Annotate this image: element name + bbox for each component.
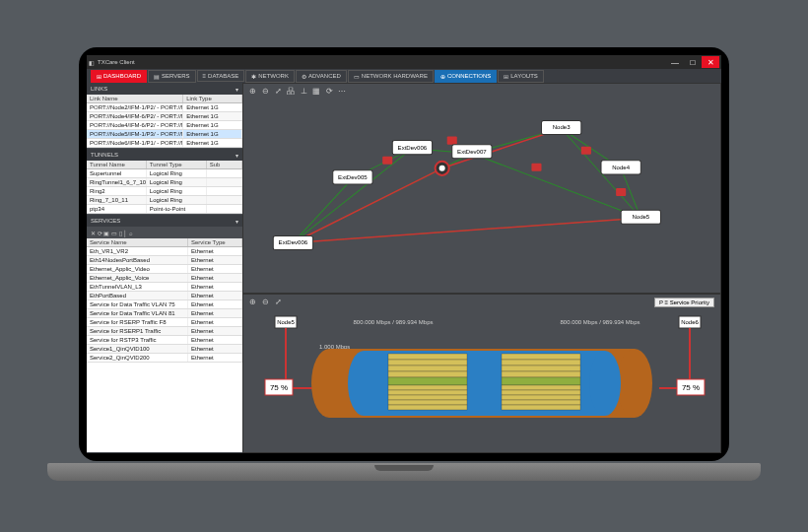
col-header[interactable]: Tunnel Name <box>87 161 147 168</box>
menu-network[interactable]: ✱NETWORK <box>245 70 295 83</box>
cell: Service for RSERP Traffic F8 <box>87 318 188 326</box>
refresh-icon[interactable]: ⟳ <box>324 86 334 96</box>
table-row[interactable]: PORT://Node6/IFM-1/P1/ - PORT://Nod...Et… <box>87 139 242 148</box>
service-priority-button[interactable]: P ≡ Service Priority <box>654 298 714 307</box>
cell: Ethernet <box>188 292 242 299</box>
panel-toggle-icon[interactable]: ▾ <box>236 218 238 225</box>
hardware-icon: ▭ <box>354 73 360 80</box>
svg-rect-47 <box>388 390 467 395</box>
tunnels-panel: TUNNELS▾ Tunnel NameTunnel TypeSubSupert… <box>87 149 242 214</box>
minimize-button[interactable]: — <box>666 56 684 68</box>
table-row[interactable]: SupertunnelLogical Ring <box>87 169 242 178</box>
table-row[interactable]: Service1_QinQVID100Ethernet <box>87 345 242 354</box>
table-row[interactable]: Ethernet_Applic_VoiceEthernet <box>87 274 242 283</box>
cell: Service for Data Traffic VLAN 81 <box>87 309 188 317</box>
close-button[interactable]: ✕ <box>702 56 719 68</box>
topology-node[interactable]: ExtDev005 <box>333 170 372 184</box>
col-header[interactable]: Link Type <box>183 95 242 102</box>
tunnels-grid[interactable]: Tunnel NameTunnel TypeSubSupertunnelLogi… <box>87 161 242 214</box>
menu-label: NETWORK HARDWARE <box>362 73 428 79</box>
table-row[interactable]: PORT://Node4/IFM-6/P2/ - PORT://Node...E… <box>87 121 242 130</box>
col-header[interactable]: Service Name <box>87 238 188 246</box>
svg-rect-35 <box>388 354 467 360</box>
table-row[interactable]: Service for Data Traffic VLAN 81Ethernet <box>87 309 242 318</box>
col-header[interactable]: Link Name <box>87 95 183 102</box>
panel-toggle-icon[interactable]: ▾ <box>236 86 238 93</box>
zoom-out-icon[interactable]: ⊖ <box>260 297 270 306</box>
table-row[interactable]: Service2_QinQVID200Ethernet <box>87 354 242 363</box>
topology-node[interactable]: Node4 <box>601 161 640 174</box>
topology-node[interactable]: ExtDev007 <box>452 145 492 159</box>
menu-database[interactable]: ≡DATABASE <box>197 70 245 82</box>
services-panel: SERVICES▾ ✕ ⟳ ▣ ▭ ▯ │ ⌕ Service NameServ… <box>87 215 242 452</box>
col-header[interactable]: Tunnel Type <box>147 161 207 168</box>
table-row[interactable]: Ethernet_Applic_VideoEthernet <box>87 265 242 274</box>
zoom-out-icon[interactable]: ⊖ <box>260 86 270 96</box>
menu-servers[interactable]: ▤SERVERS <box>148 70 196 83</box>
canvas-area: ⊕ ⊖ ⤢ 品 ⊥ ▦ ⟳ ⋯ <box>242 83 721 453</box>
zoom-in-icon[interactable]: ⊕ <box>247 86 257 96</box>
menu-label: CONNECTIONS <box>447 73 491 79</box>
cell: Ring2 <box>87 187 147 195</box>
menu-connections[interactable]: ⊕CONNECTIONS <box>435 70 497 83</box>
topology-node[interactable]: ExtDev006 <box>273 235 312 249</box>
table-row[interactable]: PORT://Node4/IFM-6/P2/ - PORT://Node...E… <box>87 112 242 121</box>
services-grid[interactable]: Service NameService TypeEth_VR1_VR2Ether… <box>87 238 242 452</box>
menu-hardware[interactable]: ▭NETWORK HARDWARE <box>348 70 434 83</box>
table-row[interactable]: EthPortBasedEthernet <box>87 292 242 300</box>
topology-node[interactable]: ExtDev006 <box>392 141 432 155</box>
svg-rect-46 <box>502 385 580 390</box>
table-row[interactable]: EthTunnelVLAN_L3Ethernet <box>87 283 242 292</box>
svg-rect-45 <box>388 385 467 390</box>
table-row[interactable]: Service for RSTP3 TrafficEthernet <box>87 336 242 345</box>
cell: Ethernet 1G <box>183 139 242 147</box>
table-row[interactable]: Service for RSERP1 TrafficEthernet <box>87 327 242 336</box>
advanced-icon: ⚙ <box>302 73 306 80</box>
topology-node[interactable]: Node3 <box>542 120 581 134</box>
table-row[interactable]: ptp34Point-to-Point <box>87 205 242 214</box>
col-header[interactable]: Service Type <box>188 238 242 246</box>
menu-dashboard[interactable]: ⊞DASHBOARD <box>91 70 147 83</box>
col-header[interactable]: Sub <box>207 161 242 168</box>
cell: Ethernet 1G <box>183 130 242 138</box>
panel-toggle-icon[interactable]: ▾ <box>236 152 238 159</box>
cell: PORT://Node6/IFM-1/P1/ - PORT://Nod... <box>87 139 183 147</box>
cell: Logical Ring <box>147 169 207 177</box>
table-row[interactable]: PORT://Node5/IFM-1/P3/ - PORT://N...Ethe… <box>87 130 242 139</box>
svg-text:Node4: Node4 <box>612 165 630 170</box>
cell: Ethernet <box>188 274 242 282</box>
svg-rect-44 <box>502 377 580 385</box>
links-grid[interactable]: Link NameLink TypePORT://Node2/IFM-1/P2/… <box>87 95 242 148</box>
cell: Ethernet <box>188 345 242 353</box>
table-row[interactable]: Ring_7_10_11Logical Ring <box>87 196 242 205</box>
svg-point-34 <box>589 351 621 416</box>
cell: Ethernet <box>188 327 242 335</box>
svg-text:ExtDev005: ExtDev005 <box>338 174 368 180</box>
grid-icon[interactable]: ▦ <box>311 86 321 96</box>
topology-node[interactable]: Node5 <box>621 210 660 224</box>
table-row[interactable]: PORT://Node2/IFM-1/P2/ - PORT://Node...E… <box>87 103 242 112</box>
table-row[interactable]: Eth14NodesPortBasedEthernet <box>87 256 242 265</box>
table-row[interactable]: Ring2Logical Ring <box>87 187 242 196</box>
cell <box>207 205 242 213</box>
table-row[interactable]: RingTunnel1_6_7_10Logical Ring <box>87 178 242 187</box>
table-row[interactable]: Service for RSERP Traffic F8Ethernet <box>87 318 242 327</box>
fit-icon[interactable]: ⤢ <box>273 297 283 306</box>
svg-rect-40 <box>502 366 580 371</box>
topology-view[interactable]: ⊕ ⊖ ⤢ 品 ⊥ ▦ ⟳ ⋯ <box>242 83 721 294</box>
fit-icon[interactable]: ⤢ <box>273 86 283 96</box>
table-row[interactable]: Eth_VR1_VR2Ethernet <box>87 247 242 256</box>
zoom-in-icon[interactable]: ⊕ <box>247 297 257 306</box>
tree-icon[interactable]: ⊥ <box>299 86 308 96</box>
utilization-view[interactable]: ⊕ ⊖ ⤢ P ≡ Service Priority 800.000 Mbps … <box>242 294 721 453</box>
layout-icon[interactable]: 品 <box>286 86 296 96</box>
toolbar-icon[interactable]: ✕ ⟳ ▣ ▭ ▯ │ ⌕ <box>91 230 133 236</box>
more-icon[interactable]: ⋯ <box>337 86 347 96</box>
maximize-button[interactable]: □ <box>684 56 702 68</box>
table-row[interactable]: Service for Data Traffic VLAN 75Ethernet <box>87 300 242 309</box>
cell: EthPortBased <box>87 292 188 299</box>
menu-advanced[interactable]: ⚙ADVANCED <box>296 70 347 83</box>
menu-layouts[interactable]: ⊞LAYOUTS <box>498 70 544 83</box>
svg-text:ExtDev006: ExtDev006 <box>398 145 428 151</box>
side-panels: LINKS▾ Link NameLink TypePORT://Node2/IF… <box>87 83 242 453</box>
